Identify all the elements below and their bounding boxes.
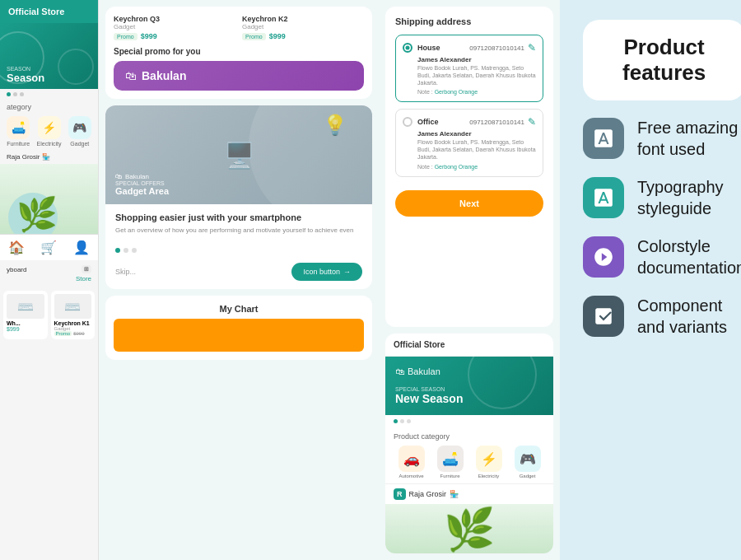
bakulan-logo-icon: 🛍 — [125, 69, 137, 82]
official-electricity-icon: ⚡ — [476, 446, 502, 472]
grosir-row: Raja Grosir 🏪 — [0, 150, 98, 164]
official-electricity-label: Electricity — [478, 474, 500, 478]
promo-item-1: Keychron Q3 Gadget Promo $999 — [114, 15, 235, 40]
typography-icon-2 — [593, 187, 614, 208]
addr-detail-office: Flowo Bodok Lurah, PS. Matrengga, Seto B… — [417, 138, 536, 161]
slider-offer-label: SPECIAL OFFERS — [115, 180, 169, 186]
plant-emoji: 🌿 — [16, 195, 58, 234]
automotive-label: Automotive — [398, 474, 423, 478]
address-house[interactable]: House 097120871010141 ✎ James Alexander … — [395, 35, 543, 102]
official-cat-automotive[interactable]: 🚗 Automotive — [398, 446, 425, 478]
cart-icon[interactable]: 🛒 — [40, 240, 57, 255]
shipping-card: Shipping address House 097120871010141 ✎… — [385, 7, 553, 327]
slider-description: Get an overview of how you are performin… — [115, 226, 362, 235]
bakulan-card[interactable]: 🛍 Bakulan — [114, 61, 364, 91]
color-icon-3 — [593, 246, 614, 268]
cat-electricity[interactable]: ⚡ Electricity — [37, 116, 62, 147]
kb-price-1: $999 — [7, 326, 20, 332]
gadget-label: Gadget — [70, 141, 89, 147]
feature-icon-4 — [583, 296, 624, 337]
icon-button[interactable]: Icon button → — [291, 263, 362, 281]
addr-radio-house[interactable] — [403, 43, 412, 53]
banner-dots — [0, 89, 98, 100]
official-dot-1 — [394, 419, 398, 423]
feature-text-2: Typographystyleguide — [637, 176, 724, 219]
cat-gadget[interactable]: 🎮 Gadget — [68, 116, 91, 147]
feature-icon-1 — [583, 118, 624, 159]
slider-brand-icon: 🛍 — [115, 173, 122, 180]
profile-icon[interactable]: 👤 — [73, 240, 90, 255]
addr-radio-office[interactable] — [403, 117, 412, 127]
next-button[interactable]: Next — [395, 190, 543, 217]
category-label: ategory — [0, 100, 98, 113]
official-new-season: New Season — [395, 392, 543, 405]
official-cat-gadget[interactable]: 🎮 Gadget — [515, 446, 541, 478]
slider-overlay: 🛍 Bakulan SPECIAL OFFERS Gadget Area — [115, 173, 169, 196]
icon-button-label: Icon button — [303, 268, 340, 276]
promo-price-1: $999 — [141, 32, 157, 40]
keyboard-label: yboard — [7, 266, 26, 273]
promo-items-row: Keychron Q3 Gadget Promo $999 Keychron K… — [114, 15, 364, 40]
keyboard-store-link[interactable]: Store — [76, 275, 91, 282]
special-promo-label: Special promo for you — [114, 47, 364, 56]
feature-text-1: Free amazingfont used — [637, 117, 738, 160]
dot-3 — [20, 92, 24, 96]
grosir-name: Raja Grosir 🏪 — [7, 153, 50, 161]
addr-type-office: Office — [417, 118, 439, 126]
addr-edit-house-icon[interactable]: ✎ — [528, 42, 536, 54]
season-label: SEASON — [7, 66, 44, 72]
keyboard-badge: ⊞ — [82, 265, 91, 273]
slider-offer-title: Gadget Area — [115, 186, 169, 196]
bakulan-name: Bakulan — [142, 69, 186, 82]
official-cat-furniture[interactable]: 🛋️ Furniture — [437, 446, 464, 478]
official-store-banner: 🛍 Bakulan SPECIAL SEASON New Season — [385, 357, 553, 415]
skip-button-row: Skip... Icon button → — [105, 258, 372, 289]
dot-1 — [7, 92, 11, 96]
addr-phone-house: 097120871010141 — [469, 44, 524, 52]
promo-item-name-2: Keychron K2 — [242, 15, 364, 23]
furniture-icon: 🛋️ — [7, 116, 30, 139]
electricity-icon: ⚡ — [38, 116, 61, 139]
season-text: Season — [7, 72, 44, 84]
addr-edit-office-icon[interactable]: ✎ — [528, 116, 536, 128]
gadget-icon: 🎮 — [68, 116, 91, 139]
official-store-card: Official Store 🛍 Bakulan SPECIAL SEASON … — [385, 334, 553, 553]
addr-phone-office: 097120871010141 — [469, 119, 524, 126]
official-dot-3 — [407, 419, 411, 423]
official-dot-2 — [400, 419, 404, 423]
slider-image: 🖥️ 💡 🛍 Bakulan SPECIAL OFFERS Gadget Are… — [105, 105, 372, 204]
cat-furniture[interactable]: 🛋️ Furniture — [7, 116, 30, 147]
feature-item-1: Free amazingfont used — [583, 117, 741, 160]
left-panel: Official Store SEASON Season ategory 🛋️ … — [0, 0, 99, 560]
slider-dot-2 — [124, 248, 128, 253]
feature-item-4: Componentand variants — [583, 295, 741, 338]
slider-dot-3 — [132, 248, 137, 253]
store-header: Official Store — [0, 0, 98, 23]
addr-name-office: James Alexander — [417, 130, 536, 138]
features-title: Product features — [608, 35, 720, 86]
feature-text-3: Colorstyledocumentation — [637, 236, 741, 278]
promo-item-brand-2: Gadget — [242, 23, 364, 30]
address-office[interactable]: Office 097120871010141 ✎ James Alexander… — [395, 109, 543, 176]
kb-card-1[interactable]: ⌨️ Wh... $999 — [3, 291, 48, 339]
slider-dots — [105, 243, 372, 258]
slider-content: Shopping easier just with your smartphon… — [105, 204, 372, 243]
feature-item-2: Typographystyleguide — [583, 176, 741, 219]
product-features-panel: Product features Free amazingfont used T… — [560, 0, 741, 560]
feature-icon-3 — [583, 236, 624, 278]
feature-item-3: Colorstyledocumentation — [583, 236, 741, 278]
feature-icon-2 — [583, 177, 624, 218]
slider-brand-name: Bakulan — [125, 173, 149, 180]
kb-img-2: ⌨️ — [54, 294, 92, 319]
dot-2 — [13, 92, 17, 96]
official-brand-icon: 🛍 — [395, 366, 404, 376]
kb-card-2[interactable]: ⌨️ Keychron K1 Gadget Promo $999 — [51, 291, 96, 339]
kb-promo-2: Promo — [54, 331, 72, 336]
promo-item-brand-1: Gadget — [114, 23, 235, 30]
arrow-icon: → — [343, 268, 351, 276]
feature-text-4: Componentand variants — [637, 295, 727, 338]
home-icon[interactable]: 🏠 — [8, 240, 25, 255]
product-cat-icons: 🚗 Automotive 🛋️ Furniture ⚡ Electricity … — [385, 443, 553, 483]
official-cat-electricity[interactable]: ⚡ Electricity — [476, 446, 502, 478]
plant-preview: 🌿 — [385, 504, 553, 553]
